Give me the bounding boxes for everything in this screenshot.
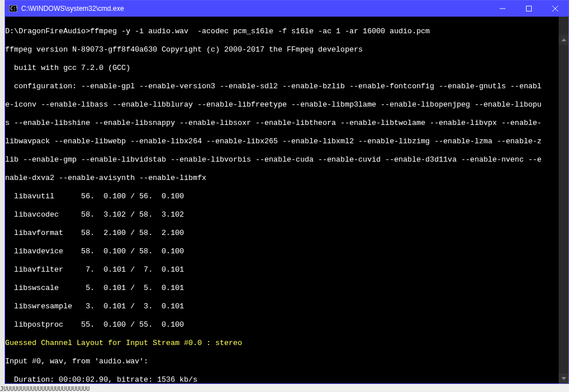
vertical-scrollbar[interactable] xyxy=(559,17,568,383)
output-line: nable-dxva2 --enable-avisynth --enable-l… xyxy=(5,174,559,183)
output-line: built with gcc 7.2.0 (GCC) xyxy=(5,64,559,73)
background-edge xyxy=(0,0,5,392)
output-line: libavdevice 58. 0.100 / 58. 0.100 xyxy=(5,247,559,256)
svg-rect-3 xyxy=(527,6,532,11)
cmd-icon: C:\ xyxy=(9,4,18,13)
cmd-window: C:\ C:\WINDOWS\system32\cmd.exe D:\Drago… xyxy=(5,0,569,384)
output-line: libavfilter 7. 0.101 / 7. 0.101 xyxy=(5,265,559,275)
scroll-down-button[interactable] xyxy=(559,374,568,383)
maximize-button[interactable] xyxy=(516,1,542,17)
output-line: lib --enable-gmp --enable-libvidstab --e… xyxy=(5,155,559,164)
svg-marker-6 xyxy=(562,38,566,41)
output-line: configuration: --enable-gpl --enable-ver… xyxy=(5,82,559,91)
terminal-output: D:\DragonFireAudio>ffmpeg -y -i audio.wa… xyxy=(5,18,559,383)
output-line: libpostproc 55. 0.100 / 55. 0.100 xyxy=(5,320,559,330)
background-text: JUUUUUUUUUUUUUUUUUUUUUUUUU xyxy=(0,386,90,392)
output-line: Input #0, wav, from 'audio.wav': xyxy=(5,357,559,366)
output-line: libwavpack --enable-libwebp --enable-lib… xyxy=(5,137,559,146)
minimize-button[interactable] xyxy=(489,1,516,17)
window-controls xyxy=(489,1,568,17)
titlebar[interactable]: C:\ C:\WINDOWS\system32\cmd.exe xyxy=(5,1,568,17)
output-line: libavcodec 58. 3.102 / 58. 3.102 xyxy=(5,210,559,219)
output-line: Duration: 00:00:02.90, bitrate: 1536 kb/… xyxy=(5,375,559,383)
output-line-warning: Guessed Channel Layout for Input Stream … xyxy=(5,339,559,348)
output-line: e-iconv --enable-libass --enable-libblur… xyxy=(5,100,559,109)
svg-marker-7 xyxy=(562,377,566,380)
output-line: libswscale 5. 0.101 / 5. 0.101 xyxy=(5,284,559,293)
output-line: s --enable-libshine --enable-libsnappy -… xyxy=(5,119,559,128)
window-title: C:\WINDOWS\system32\cmd.exe xyxy=(21,5,489,13)
output-line: ffmpeg version N-89073-gff8f40a630 Copyr… xyxy=(5,45,559,54)
svg-text:C:\: C:\ xyxy=(10,6,17,11)
close-button[interactable] xyxy=(542,1,568,17)
prompt: D:\DragonFireAudio> xyxy=(5,27,90,36)
output-line: libswresample 3. 0.101 / 3. 0.101 xyxy=(5,302,559,311)
scroll-up-button[interactable] xyxy=(559,35,568,45)
terminal-area[interactable]: D:\DragonFireAudio>ffmpeg -y -i audio.wa… xyxy=(5,17,568,383)
output-line: libavutil 56. 0.100 / 56. 0.100 xyxy=(5,192,559,201)
output-line: libavformat 58. 2.100 / 58. 2.100 xyxy=(5,229,559,238)
command-text: ffmpeg -y -i audio.wav -acodec pcm_s16le… xyxy=(90,27,430,36)
